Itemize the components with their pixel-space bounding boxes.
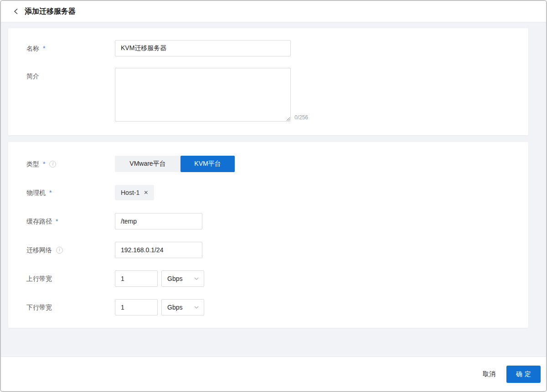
info-icon[interactable]: i <box>56 247 63 254</box>
cache-path-input[interactable] <box>115 213 202 229</box>
upstream-bandwidth-row: 上行带宽 Gbps <box>8 270 528 287</box>
downstream-bandwidth-input[interactable] <box>115 299 158 316</box>
upstream-unit-select[interactable]: Gbps <box>161 270 204 287</box>
config-card: 类型* i VMware平台 KVM平台 物理机* Host-1 ✕ <box>8 142 528 328</box>
migration-network-row: 迁移网络 i <box>8 242 528 258</box>
page-header: 添加迁移服务器 <box>1 1 546 22</box>
chevron-down-icon <box>194 305 199 310</box>
cache-path-row: 缓存路径* <box>8 213 528 229</box>
char-counter: 0/256 <box>294 114 308 122</box>
description-row: 简介 0/256 <box>8 68 528 122</box>
cache-path-label: 缓存路径* <box>26 213 115 229</box>
info-icon[interactable]: i <box>49 161 56 168</box>
type-row: 类型* i VMware平台 KVM平台 <box>8 156 528 172</box>
kvm-platform-button[interactable]: KVM平台 <box>181 156 235 172</box>
downstream-unit-select[interactable]: Gbps <box>161 299 204 316</box>
required-mark: * <box>43 156 45 172</box>
host-tag[interactable]: Host-1 ✕ <box>115 185 154 200</box>
host-tag-label: Host-1 <box>121 189 139 196</box>
host-row: 物理机* Host-1 ✕ <box>8 184 528 201</box>
migration-network-label: 迁移网络 i <box>26 242 115 258</box>
description-label: 简介 <box>26 68 115 84</box>
upstream-bandwidth-label: 上行带宽 <box>26 270 115 287</box>
chevron-down-icon <box>194 276 199 281</box>
downstream-bandwidth-row: 下行带宽 Gbps <box>8 299 528 316</box>
platform-type-toggle: VMware平台 KVM平台 <box>115 156 235 172</box>
downstream-unit-value: Gbps <box>167 304 182 311</box>
remove-tag-icon[interactable]: ✕ <box>144 190 148 195</box>
description-textarea[interactable] <box>115 68 291 122</box>
upstream-unit-value: Gbps <box>167 275 182 282</box>
vmware-platform-button[interactable]: VMware平台 <box>115 156 181 172</box>
name-row: 名称* <box>8 40 528 56</box>
required-mark: * <box>56 213 58 229</box>
type-label: 类型* i <box>26 156 115 172</box>
downstream-bandwidth-label: 下行带宽 <box>26 299 115 316</box>
page-title: 添加迁移服务器 <box>25 7 76 16</box>
required-mark: * <box>43 40 45 56</box>
back-icon[interactable] <box>12 7 21 16</box>
add-migration-server-page: 添加迁移服务器 名称* 简介 0/256 <box>0 0 547 392</box>
form-content: 名称* 简介 0/256 类型* i <box>1 22 546 356</box>
basic-info-card: 名称* 简介 0/256 <box>8 28 528 135</box>
action-footer: 取消 确定 <box>1 356 546 391</box>
name-input[interactable] <box>115 40 291 56</box>
description-field-wrap: 0/256 <box>115 68 308 122</box>
confirm-button[interactable]: 确定 <box>506 366 541 383</box>
upstream-bandwidth-input[interactable] <box>115 270 158 287</box>
required-mark: * <box>49 184 52 201</box>
cancel-button[interactable]: 取消 <box>483 370 495 378</box>
host-label: 物理机* <box>26 184 115 201</box>
migration-network-input[interactable] <box>115 242 202 258</box>
name-label: 名称* <box>26 40 115 56</box>
